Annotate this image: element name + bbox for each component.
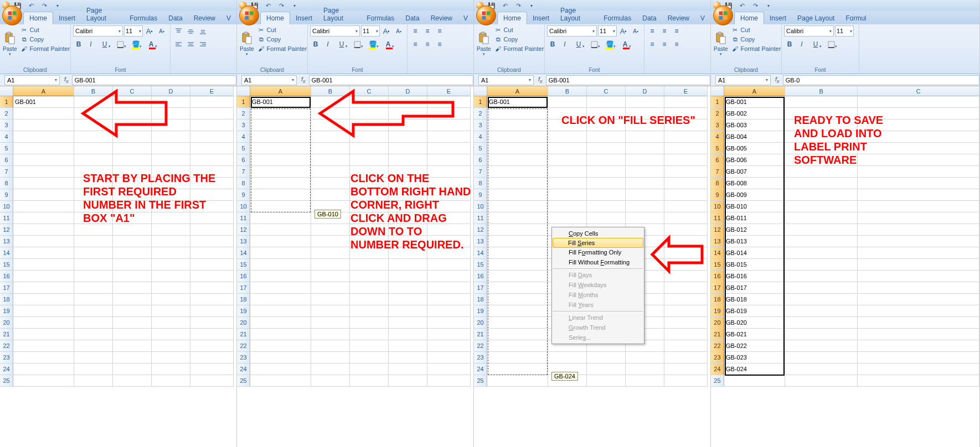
cell[interactable] — [350, 154, 389, 166]
row-header[interactable]: 11 — [0, 212, 13, 224]
cell[interactable] — [190, 236, 234, 247]
office-button[interactable] — [239, 6, 259, 25]
cell[interactable] — [311, 189, 350, 201]
cell[interactable] — [548, 96, 587, 108]
cell[interactable] — [858, 178, 979, 189]
column-header[interactable]: C — [587, 86, 626, 96]
cell[interactable]: GB-001 — [487, 96, 548, 108]
formula-input[interactable]: GB-001 — [72, 75, 236, 85]
cell[interactable] — [427, 363, 471, 375]
fx-icon[interactable]: fx — [298, 76, 309, 84]
cell[interactable] — [74, 340, 113, 352]
qat-customize-icon[interactable]: ▾ — [763, 1, 774, 10]
cell[interactable] — [427, 178, 471, 189]
cell[interactable] — [13, 143, 74, 154]
cell[interactable] — [13, 119, 74, 131]
cell[interactable] — [113, 154, 152, 166]
cell[interactable] — [13, 166, 74, 178]
cell[interactable] — [13, 271, 74, 282]
cell[interactable] — [487, 154, 548, 166]
cell[interactable] — [858, 317, 979, 329]
cell[interactable] — [250, 154, 311, 166]
cell[interactable] — [389, 247, 427, 259]
cell[interactable] — [487, 271, 548, 282]
cell[interactable] — [74, 282, 113, 294]
row-header[interactable]: 2 — [711, 108, 724, 119]
cell[interactable] — [389, 189, 427, 201]
cell[interactable] — [190, 212, 234, 224]
cell[interactable] — [250, 178, 311, 189]
cell[interactable] — [664, 212, 708, 224]
ribbon-tab-page-layout[interactable]: Page Layout — [81, 4, 124, 24]
cell[interactable] — [587, 363, 626, 375]
row-header[interactable]: 5 — [237, 143, 250, 154]
cell[interactable] — [427, 340, 471, 352]
cell[interactable] — [427, 329, 471, 340]
cell[interactable] — [785, 189, 858, 201]
row-header[interactable]: 24 — [711, 363, 724, 375]
row-header[interactable]: 8 — [237, 178, 250, 189]
cell[interactable]: GB-011 — [724, 212, 785, 224]
cell[interactable] — [13, 294, 74, 305]
qat-undo-icon[interactable]: ↶ — [736, 1, 747, 10]
cell[interactable] — [664, 329, 708, 340]
cell[interactable] — [389, 294, 427, 305]
cell[interactable] — [626, 166, 664, 178]
cell[interactable] — [152, 108, 190, 119]
row-header[interactable]: 12 — [474, 224, 487, 236]
cell[interactable] — [785, 340, 858, 352]
cell[interactable] — [113, 224, 152, 236]
fx-icon[interactable]: fx — [772, 76, 783, 84]
underline-button[interactable]: U — [571, 39, 586, 50]
row-header[interactable]: 20 — [711, 317, 724, 329]
cell[interactable] — [427, 271, 471, 282]
formula-input[interactable]: GB-0 — [783, 75, 979, 85]
cell[interactable] — [548, 212, 587, 224]
row-header[interactable]: 14 — [0, 247, 13, 259]
row-header[interactable]: 24 — [237, 363, 250, 375]
cell[interactable] — [350, 178, 389, 189]
cell[interactable] — [389, 166, 427, 178]
cell[interactable] — [548, 178, 587, 189]
row-header[interactable]: 18 — [0, 294, 13, 305]
cell[interactable] — [13, 317, 74, 329]
cell[interactable] — [548, 352, 587, 363]
cell[interactable] — [587, 166, 626, 178]
cell[interactable] — [587, 96, 626, 108]
cell[interactable] — [250, 317, 311, 329]
qat-redo-icon[interactable]: ↷ — [513, 1, 524, 10]
cell[interactable] — [152, 96, 190, 108]
row-header[interactable]: 14 — [237, 247, 250, 259]
bold-button[interactable]: B — [310, 39, 321, 50]
cell[interactable] — [311, 363, 350, 375]
cell[interactable] — [548, 201, 587, 212]
cell[interactable] — [350, 108, 389, 119]
cell[interactable] — [858, 154, 979, 166]
align-bottom-button[interactable]: ≡ — [671, 25, 682, 37]
cell[interactable] — [587, 352, 626, 363]
cell[interactable] — [13, 340, 74, 352]
row-header[interactable]: 15 — [474, 259, 487, 271]
cell[interactable] — [664, 317, 708, 329]
cell[interactable] — [858, 340, 979, 352]
row-header[interactable]: 6 — [237, 154, 250, 166]
cell[interactable] — [13, 189, 74, 201]
row-header[interactable]: 8 — [711, 178, 724, 189]
cell[interactable] — [311, 352, 350, 363]
row-header[interactable]: 22 — [0, 340, 13, 352]
cell[interactable] — [858, 224, 979, 236]
cell[interactable] — [587, 143, 626, 154]
cell[interactable] — [311, 154, 350, 166]
row-header[interactable]: 25 — [474, 375, 487, 387]
cell[interactable] — [74, 305, 113, 317]
cell[interactable] — [74, 294, 113, 305]
ribbon-tab-home[interactable]: Home — [497, 12, 527, 24]
cell[interactable] — [152, 259, 190, 271]
qat-undo-icon[interactable]: ↶ — [262, 1, 274, 10]
row-header[interactable]: 17 — [237, 282, 250, 294]
cell[interactable]: GB-018 — [724, 294, 785, 305]
row-header[interactable]: 16 — [0, 271, 13, 282]
cell[interactable] — [427, 166, 471, 178]
cell[interactable] — [311, 131, 350, 143]
ribbon-tab-home[interactable]: Home — [734, 12, 764, 24]
